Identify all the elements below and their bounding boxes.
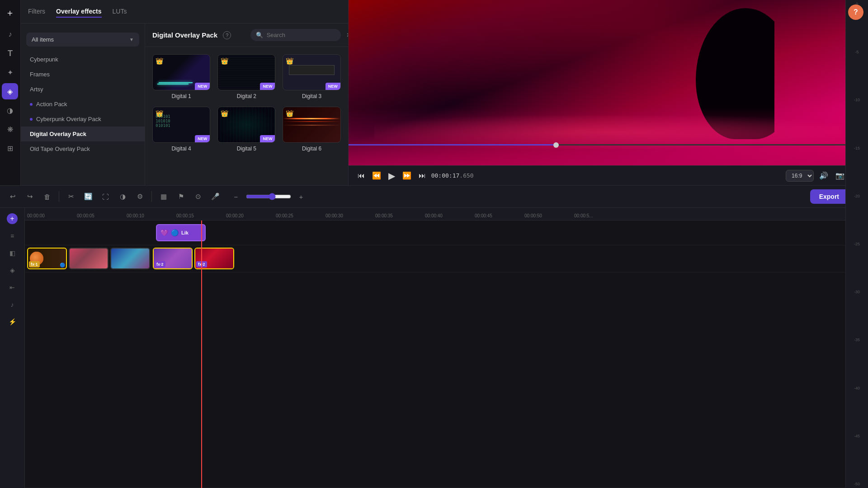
fast-forward-button[interactable]: ⏩ [401, 169, 413, 182]
video-clip-4[interactable]: fx·2 [153, 248, 193, 269]
sidebar-item-digital-overlay[interactable]: Digital Overlay Pack [21, 127, 145, 141]
skip-start-button[interactable]: ⏮ [356, 170, 367, 182]
tl-icon-5[interactable]: ♪ [5, 297, 19, 312]
new-badge: NEW [195, 83, 210, 90]
zoom-in-button[interactable]: + [294, 189, 308, 204]
zoom-out-button[interactable]: − [229, 189, 243, 204]
all-items-dropdown[interactable]: All items ▼ [26, 33, 139, 47]
timeline-ruler[interactable]: 00:00:00 00:00:05 00:00:10 00:00:15 00:0… [25, 208, 868, 221]
export-button[interactable]: Export [810, 189, 848, 204]
video-controls: ⏮ ⏪ ▶ ⏩ ⏭ 00:00:17.650 16:9 9:16 1:1 🔊 📷… [349, 165, 868, 185]
undo-button[interactable]: ↩ [5, 189, 20, 204]
sidebar-item-frames[interactable]: Frames [21, 67, 145, 82]
sidebar-item-old-tape[interactable]: Old Tape Overlay Pack [21, 141, 145, 156]
loop-button[interactable]: 🔄 [81, 189, 95, 204]
video-clip-1[interactable]: fx·1 🔵 [27, 248, 67, 269]
tab-luts[interactable]: LUTs [113, 6, 127, 18]
effect-thumb: 👑 NEW [283, 54, 340, 90]
tab-overlay-effects[interactable]: Overlay effects [56, 6, 101, 18]
volume-button[interactable]: 🔊 [817, 169, 830, 182]
sidebar-item-cyberpunk-overlay[interactable]: Cyberpunk Overlay Pack [21, 112, 145, 127]
flag-button[interactable]: ⚑ [174, 189, 188, 204]
effect-thumb: 👑 NEW [152, 54, 210, 90]
overlay-icon[interactable]: ◈ [2, 83, 18, 99]
video-container: ? [349, 0, 868, 165]
effect-card-digital3[interactable]: 👑 NEW Digital 3 [283, 54, 340, 99]
search-icon: 🔍 [256, 32, 263, 38]
effect-card-digital6[interactable]: 👑 Digital 6 [283, 107, 340, 152]
new-badge: NEW [326, 83, 340, 90]
video-clip-2[interactable] [69, 248, 108, 269]
redo-button[interactable]: ↪ [23, 189, 37, 204]
item-label: Digital Overlay Pack [30, 131, 86, 137]
video-clip-3[interactable] [110, 248, 150, 269]
preview-section: ? ⏮ ⏪ ▶ ⏩ ⏭ 00:00:17.650 [349, 0, 868, 185]
stickers-icon[interactable]: ❋ [2, 121, 18, 137]
search-input[interactable] [267, 32, 343, 38]
sidebar-item-cyberpunk[interactable]: Cyberpunk [21, 52, 145, 67]
tab-filters[interactable]: Filters [28, 6, 45, 18]
progress-bar[interactable] [349, 144, 868, 145]
effect-card-digital1[interactable]: 👑 NEW Digital 1 [152, 54, 210, 99]
item-label: Frames [30, 71, 50, 78]
item-label: Old Tape Overlay Pack [30, 145, 90, 152]
new-badge: NEW [260, 135, 275, 142]
cut-button[interactable]: ✂ [64, 189, 78, 204]
ruler-mark: 00:00:15 [176, 213, 194, 218]
screenshot-button[interactable]: 📷 [834, 169, 846, 182]
vol-40: -40 [854, 386, 860, 390]
mic-button[interactable]: 🎤 [208, 189, 222, 204]
clear-icon[interactable]: ✕ [346, 32, 348, 38]
ruler-mark: 00:00:5... [574, 213, 593, 218]
color-button[interactable]: ◑ [115, 189, 130, 204]
color-icon[interactable]: ◑ [2, 102, 18, 118]
aspect-select[interactable]: 16:9 9:16 1:1 [786, 170, 814, 182]
adjust-button[interactable]: ⚙ [132, 189, 147, 204]
effect-thumb: 👑 010101101010010101 NEW [152, 107, 210, 143]
help-button[interactable]: ? [848, 5, 863, 20]
vol-35: -35 [854, 338, 860, 342]
effect-card-digital5[interactable]: 👑 NEW Digital 5 [217, 107, 275, 152]
effects-panel: Filters Overlay effects LUTs All items ▼… [21, 0, 349, 185]
tl-icon-3[interactable]: ◈ [5, 263, 19, 277]
help-icon[interactable]: ? [223, 31, 231, 39]
tl-icon-2[interactable]: ◧ [5, 246, 19, 260]
sidebar-item-artsy[interactable]: Artsy [21, 82, 145, 97]
empty-track [25, 272, 868, 488]
zoom-slider[interactable] [246, 193, 291, 200]
tl-icon-1[interactable]: ≡ [5, 229, 19, 243]
add-button[interactable]: ＋ [2, 5, 18, 21]
effect-card-digital2[interactable]: 👑 NEW Digital 2 [217, 54, 275, 99]
video-clip-5[interactable]: fx·2 [194, 248, 234, 269]
text-icon[interactable]: T [2, 45, 18, 61]
effect-name: Digital 1 [171, 93, 191, 99]
timeline-button[interactable]: ⊙ [191, 189, 205, 204]
delete-button[interactable]: 🗑 [40, 189, 54, 204]
music-icon[interactable]: ♪ [2, 26, 18, 42]
overlay-clip[interactable]: 💜 🔵 Lik [156, 224, 206, 241]
effects-grid: 👑 NEW Digital 1 👑 NEW Digital [145, 47, 348, 159]
tl-icon-4[interactable]: ⇤ [5, 280, 19, 295]
grid-icon[interactable]: ⊞ [2, 140, 18, 156]
sidebar-item-action-pack[interactable]: Action Pack [21, 97, 145, 112]
insert-button[interactable]: ▦ [156, 189, 171, 204]
right-panel: ? ⏮ ⏪ ▶ ⏩ ⏭ 00:00:17.650 [349, 0, 868, 185]
timeline-left-controls: + ≡ ◧ ◈ ⇤ ♪ ⚡ [0, 208, 25, 488]
effect-card-digital4[interactable]: 👑 010101101010010101 NEW Digital 4 [152, 107, 210, 152]
overlay-track: 💜 🔵 Lik [25, 221, 868, 245]
effects-icon[interactable]: ✦ [2, 64, 18, 80]
effect-name: Digital 3 [302, 93, 321, 99]
effect-thumb: 👑 NEW [217, 54, 275, 90]
tl-icon-6[interactable]: ⚡ [5, 314, 19, 329]
skip-end-button[interactable]: ⏭ [417, 170, 428, 182]
crop-button[interactable]: ⛶ [98, 189, 113, 204]
progress-thumb [553, 142, 559, 148]
add-track-button[interactable]: + [7, 213, 18, 224]
play-button[interactable]: ▶ [387, 169, 397, 183]
new-badge: NEW [195, 135, 210, 142]
toolbar: ↩ ↪ 🗑 ✂ 🔄 ⛶ ◑ ⚙ ▦ ⚑ ⊙ 🎤 − + Export ▾ [0, 185, 868, 208]
search-box[interactable]: 🔍 ✕ [250, 29, 341, 41]
rewind-button[interactable]: ⏪ [370, 169, 383, 182]
volume-bar: 0 -5 -10 -15 -20 -25 -30 -35 -40 -45 -50 [845, 208, 868, 488]
ruler-mark: 00:00:10 [127, 213, 144, 218]
